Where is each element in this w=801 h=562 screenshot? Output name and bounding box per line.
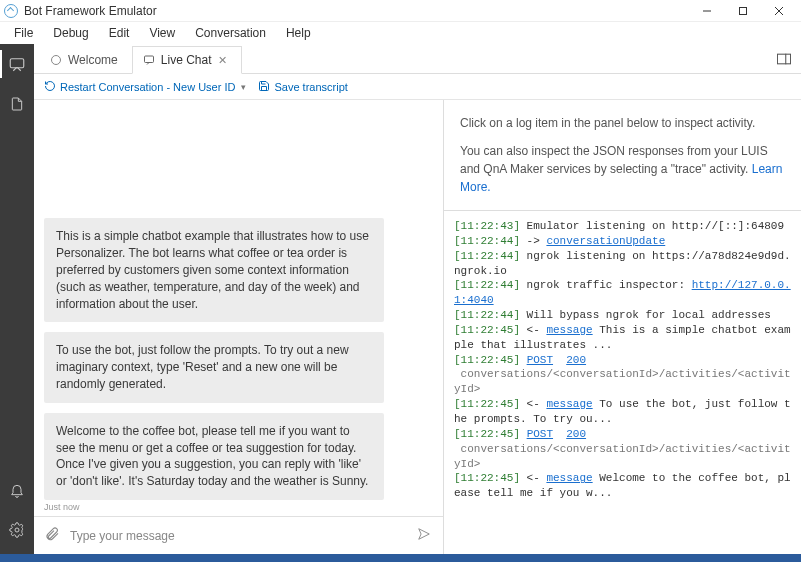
restart-label: Restart Conversation - New User ID [60,81,235,93]
svg-rect-1 [740,7,747,14]
activity-bar [0,44,34,554]
message-timestamp: Just now [44,502,433,512]
menu-bar: File Debug Edit View Conversation Help [0,22,801,44]
tab-welcome[interactable]: Welcome [40,45,132,73]
log-line[interactable]: [11:22:44] ngrok traffic inspector: http… [454,278,791,308]
log-panel[interactable]: [11:22:43] Emulator listening on http://… [444,210,801,554]
restart-icon [44,80,56,94]
chat-toolbar: Restart Conversation - New User ID ▾ Sav… [34,74,801,100]
svg-point-6 [52,55,61,64]
split-editor-button[interactable] [767,45,801,73]
chat-icon [143,54,155,66]
menu-help[interactable]: Help [278,24,319,42]
settings-icon[interactable] [0,516,34,544]
tab-label: Live Chat [161,53,212,67]
chat-messages: This is a simple chatbot example that il… [34,100,443,516]
tab-bar: Welcome Live Chat ✕ [34,44,801,74]
save-label: Save transcript [274,81,347,93]
menu-view[interactable]: View [141,24,183,42]
close-button[interactable] [761,1,797,21]
log-line[interactable]: conversations/<conversationId>/activitie… [454,442,791,472]
tab-live-chat[interactable]: Live Chat ✕ [132,46,242,74]
title-bar: Bot Framework Emulator [0,0,801,22]
attachment-icon[interactable] [44,526,60,545]
resources-icon[interactable] [0,90,34,118]
send-icon[interactable] [415,527,433,544]
log-line[interactable]: [11:22:45] <- message To use the bot, ju… [454,397,791,427]
minimize-button[interactable] [689,1,725,21]
log-line[interactable]: [11:22:45] <- message This is a simple c… [454,323,791,353]
bot-message[interactable]: This is a simple chatbot example that il… [44,218,384,322]
log-line[interactable]: [11:22:45] POST 200 [454,427,791,442]
inspector-panel: Click on a log item in the panel below t… [444,100,801,554]
svg-rect-8 [777,54,790,64]
bot-explorer-icon[interactable] [0,50,34,78]
inspector-help-line1: Click on a log item in the panel below t… [460,114,785,132]
save-transcript-button[interactable]: Save transcript [258,80,347,94]
log-line[interactable]: [11:22:44] -> conversationUpdate [454,234,791,249]
bot-message[interactable]: Welcome to the coffee bot, please tell m… [44,413,384,500]
menu-debug[interactable]: Debug [45,24,96,42]
save-icon [258,80,270,94]
bot-message[interactable]: To use the bot, just follow the prompts.… [44,332,384,402]
chat-input[interactable]: Type your message [70,529,405,543]
restart-conversation-button[interactable]: Restart Conversation - New User ID ▾ [44,80,248,94]
log-line[interactable]: [11:22:43] Emulator listening on http://… [454,219,791,234]
welcome-icon [50,54,62,66]
chat-panel: This is a simple chatbot example that il… [34,100,444,554]
inspector-help: Click on a log item in the panel below t… [444,100,801,210]
log-line[interactable]: [11:22:45] <- message Welcome to the cof… [454,471,791,501]
menu-edit[interactable]: Edit [101,24,138,42]
menu-conversation[interactable]: Conversation [187,24,274,42]
log-line[interactable]: [11:22:44] Will bypass ngrok for local a… [454,308,791,323]
tab-label: Welcome [68,53,118,67]
log-line[interactable]: conversations/<conversationId>/activitie… [454,367,791,397]
svg-rect-4 [10,59,24,68]
svg-rect-7 [144,56,153,63]
chevron-down-icon[interactable]: ▾ [239,82,248,92]
maximize-button[interactable] [725,1,761,21]
log-line[interactable]: [11:22:45] POST 200 [454,353,791,368]
app-icon [4,4,18,18]
notifications-icon[interactable] [0,476,34,504]
status-bar [0,554,801,562]
menu-file[interactable]: File [6,24,41,42]
log-line[interactable]: [11:22:44] ngrok listening on https://a7… [454,249,791,279]
inspector-help-line2: You can also inspect the JSON responses … [460,142,785,196]
window-title: Bot Framework Emulator [24,4,689,18]
close-tab-icon[interactable]: ✕ [218,54,227,67]
chat-input-row: Type your message [34,516,443,554]
svg-point-5 [15,528,19,532]
